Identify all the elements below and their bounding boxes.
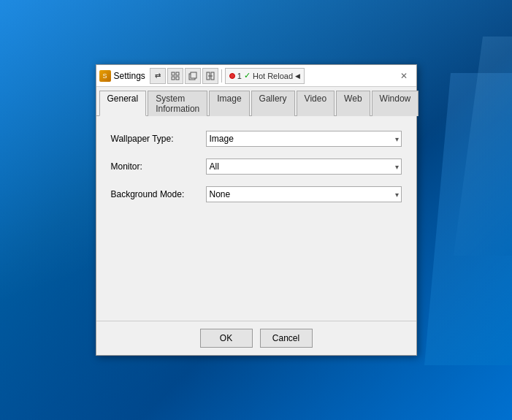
tab-video[interactable]: Video (297, 91, 335, 116)
title-bar-controls: ✕ (394, 68, 413, 84)
title-bar: S Settings ⇄ (96, 65, 416, 87)
background-mode-label: Background Mode: (111, 189, 206, 199)
toolbar-btn-sync[interactable] (202, 68, 218, 84)
toolbar-btn-duplicate[interactable] (185, 68, 201, 84)
settings-window: S Settings ⇄ (96, 64, 417, 356)
svg-rect-5 (191, 72, 196, 78)
hot-reload-arrow-icon: ◀ (295, 72, 300, 80)
tab-image[interactable]: Image (209, 91, 249, 116)
monitor-label: Monitor: (111, 161, 206, 172)
hot-reload-badge: 1 ✓ Hot Reload ◀ (225, 68, 305, 84)
wallpaper-type-select[interactable]: Image Video Web Gallery (206, 131, 402, 147)
toolbar-separator (221, 69, 222, 83)
tab-general[interactable]: General (99, 91, 147, 116)
app-icon: S (99, 70, 111, 82)
wallpaper-type-select-wrapper: Image Video Web Gallery (206, 131, 402, 147)
content-area: Wallpaper Type: Image Video Web Gallery … (96, 116, 416, 321)
hot-reload-check-icon: ✓ (244, 71, 251, 80)
wallpaper-type-row: Wallpaper Type: Image Video Web Gallery (111, 131, 402, 147)
toolbar: ⇄ (150, 68, 394, 84)
svg-rect-3 (176, 77, 179, 80)
tab-window[interactable]: Window (372, 91, 419, 116)
app-icon-letter: S (102, 72, 107, 80)
window-title: Settings (114, 71, 145, 81)
toolbar-btn-refresh[interactable]: ⇄ (150, 68, 166, 84)
svg-rect-1 (176, 72, 179, 75)
toolbar-btn-view[interactable] (167, 68, 183, 84)
ok-button[interactable]: OK (200, 329, 253, 348)
svg-rect-0 (172, 72, 175, 75)
hot-reload-label: Hot Reload (253, 72, 293, 80)
tab-gallery[interactable]: Gallery (251, 91, 295, 116)
monitor-select[interactable]: All Monitor 1 Monitor 2 (206, 159, 402, 175)
close-button[interactable]: ✕ (394, 68, 413, 84)
tab-bar: General System Information Image Gallery… (96, 87, 416, 116)
svg-rect-2 (172, 77, 175, 80)
cancel-button[interactable]: Cancel (260, 329, 313, 348)
background-mode-row: Background Mode: None Fill Fit Stretch T… (111, 186, 402, 202)
background-mode-select-wrapper: None Fill Fit Stretch Tile Center (206, 186, 402, 202)
tab-system-information[interactable]: System Information (148, 91, 207, 116)
background-mode-select[interactable]: None Fill Fit Stretch Tile Center (206, 186, 402, 202)
hot-reload-record-icon (229, 73, 235, 79)
hot-reload-count: 1 (237, 72, 242, 80)
footer: OK Cancel (96, 321, 416, 355)
monitor-row: Monitor: All Monitor 1 Monitor 2 (111, 159, 402, 175)
tab-web[interactable]: Web (336, 91, 370, 116)
wallpaper-type-label: Wallpaper Type: (111, 134, 206, 144)
monitor-select-wrapper: All Monitor 1 Monitor 2 (206, 159, 402, 175)
